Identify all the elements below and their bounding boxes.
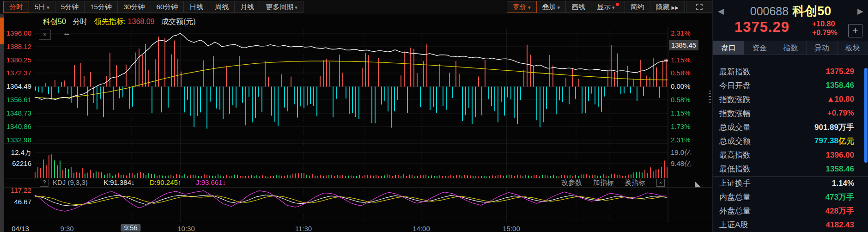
quote-row-2: 指数涨跌▲10.80: [713, 92, 868, 106]
quote-tab-1[interactable]: 资金: [744, 41, 775, 55]
period-tab-5[interactable]: 60分钟: [151, 1, 184, 13]
kdj-d-value: D:90.245↑: [150, 178, 181, 186]
top-toolbar: 分时5日▾5分钟15分钟30分钟60分钟日线周线月线更多周期▾ 竞价▾叠加▾画线…: [0, 0, 712, 14]
current-price-marker: 1385.45: [669, 40, 698, 50]
period-tab-4[interactable]: 30分钟: [117, 1, 151, 13]
price-change: +10.80 +0.79%: [812, 19, 838, 37]
panel-scrollbar[interactable]: [864, 68, 868, 163]
quote-row-value: ▲10.80: [827, 95, 854, 104]
quote-tab-bar: 盘口资金指数异动板块: [713, 41, 868, 55]
quote-row-1: 今日开盘1358.46: [713, 79, 868, 92]
quote-row-label: 内盘总量: [719, 192, 751, 202]
kdj-indicator-bar: ? KDJ (9,3,3) K:91.384↓ D:90.245↑ J:93.6…: [0, 178, 712, 187]
pan-arrows-icon[interactable]: ↔: [63, 29, 71, 38]
period-tab-1[interactable]: 5日▾: [29, 1, 55, 13]
tool-button-1[interactable]: 叠加▾: [536, 1, 566, 13]
tool-button-3[interactable]: 显示▾: [591, 1, 625, 13]
lead-indicator-label: 领先指标:: [94, 18, 126, 25]
quote-tab-3[interactable]: 异动: [806, 41, 837, 55]
stock-name: 科创50: [792, 4, 831, 18]
kdj-j-value: J:93.661↓: [196, 178, 226, 186]
add-indicator-button[interactable]: 加指标: [593, 178, 614, 187]
quote-row-11: 上证A股4182.43: [713, 218, 868, 232]
chevron-down-icon: ▾: [558, 5, 560, 10]
quote-tab-0[interactable]: 盘口: [713, 41, 744, 55]
tool-button-5[interactable]: 隐藏▶▶: [650, 1, 685, 13]
quote-row-label: 指数涨幅: [719, 108, 751, 119]
quote-row-label: 外盘总量: [719, 206, 751, 216]
quote-row-3: 指数涨幅+0.79%: [713, 106, 868, 120]
stock-title: 000688科创50: [713, 3, 868, 19]
trading-app-window: 分时5日▾5分钟15分钟30分钟60分钟日线周线月线更多周期▾ 竞价▾叠加▾画线…: [0, 0, 868, 232]
quote-row-label: 总成交额: [719, 136, 751, 147]
quote-row-0: 最新指数1375.29: [713, 65, 868, 79]
quote-row-value: 1396.00: [826, 151, 854, 160]
period-tab-0[interactable]: 分时: [3, 1, 29, 13]
quote-data-rows: 最新指数1375.29今日开盘1358.46指数涨跌▲10.80指数涨幅+0.7…: [713, 65, 868, 232]
fullscreen-icon[interactable]: [686, 1, 712, 13]
period-tab-2[interactable]: 5分钟: [55, 1, 85, 13]
expand-arrows-icon: [696, 3, 703, 11]
intraday-chart[interactable]: [0, 14, 712, 232]
period-tab-group: 分时5日▾5分钟15分钟30分钟60分钟日线周线月线更多周期▾: [4, 1, 303, 13]
tool-button-4[interactable]: 简约: [625, 1, 650, 13]
chevron-down-icon: ▾: [295, 5, 297, 10]
stock-code: 000688: [750, 5, 789, 18]
tool-button-2[interactable]: 画线: [565, 1, 591, 13]
quote-row-label: 今日开盘: [719, 80, 751, 91]
quote-row-label: 最高指数: [719, 150, 751, 160]
quote-row-value: 1375.29: [826, 67, 854, 76]
chevron-down-icon: ▾: [612, 5, 615, 10]
quote-row-label: 上证A股: [719, 220, 748, 230]
quote-row-value: 1358.46: [826, 165, 854, 174]
period-tab-7[interactable]: 周线: [209, 1, 235, 13]
period-tab-6[interactable]: 日线: [183, 1, 209, 13]
close-crosshair-icon[interactable]: ×: [39, 30, 51, 40]
quote-row-value: 428万手: [826, 206, 854, 216]
quote-row-label: 最低指数: [719, 164, 751, 174]
chevron-down-icon: ▾: [47, 5, 49, 10]
last-price: 1375.29: [734, 19, 789, 36]
period-tab-8[interactable]: 月线: [234, 1, 260, 13]
change-params-button[interactable]: 改参数: [561, 178, 582, 187]
amount-label: 成交额(元): [161, 18, 196, 25]
quote-row-value: +0.79%: [827, 109, 854, 118]
quote-row-8: 上证换手1.14%: [713, 177, 868, 190]
quote-row-label: 指数涨跌: [719, 94, 751, 105]
chart-symbol-name: 科创50: [43, 18, 66, 25]
quote-tab-2[interactable]: 指数: [775, 41, 806, 55]
period-tab-3[interactable]: 15分钟: [84, 1, 118, 13]
quote-row-4: 总成交量901.89万手: [713, 120, 868, 134]
quote-row-7: 最低指数1358.46: [713, 162, 868, 177]
quote-row-unit: 亿元: [838, 136, 854, 147]
close-indicator-icon[interactable]: ×: [656, 179, 665, 187]
chevron-down-icon: ▾: [528, 5, 531, 10]
tool-button-group: 竞价▾叠加▾画线显示▾简约隐藏▶▶: [507, 1, 685, 13]
quote-row-value: 797.38: [814, 136, 838, 146]
quote-row-10: 外盘总量428万手: [713, 204, 868, 218]
switch-indicator-button[interactable]: 换指标: [625, 178, 645, 187]
quote-row-9: 内盘总量473万手: [713, 190, 868, 204]
chart-title: 科创50 分时 领先指标: 1368.09 成交额(元): [43, 17, 200, 27]
lead-indicator-value: 1368.09: [128, 18, 155, 25]
quote-row-value: 1358.46: [826, 81, 854, 90]
tool-button-0[interactable]: 竞价▾: [507, 1, 537, 13]
quote-row-6: 最高指数1396.00: [713, 148, 868, 162]
quote-row-value: 473万手: [826, 192, 854, 202]
double-arrow-icon: ▶▶: [672, 5, 679, 10]
quote-row-label: 总成交量: [719, 122, 751, 133]
chart-period-label: 分时: [73, 18, 87, 25]
add-to-watchlist-button[interactable]: +: [848, 24, 862, 37]
quote-row-value: 901.89万手: [814, 122, 854, 133]
kdj-title: KDJ (9,3,3): [53, 178, 88, 186]
help-icon[interactable]: ?: [40, 179, 49, 187]
notification-dot: [616, 3, 619, 6]
kdj-k-value: K:91.384↓: [103, 178, 135, 186]
quote-header: ◀ ▶ 000688科创50 1375.29 +10.80 +0.79% +: [713, 0, 868, 41]
quote-row-value: 1.14%: [832, 179, 854, 188]
quote-tab-4[interactable]: 板块: [837, 41, 868, 55]
period-tab-9[interactable]: 更多周期▾: [260, 1, 303, 13]
change-percent: +0.79%: [812, 28, 838, 37]
quote-row-5: 总成交额797.38亿元: [713, 134, 868, 148]
quote-row-label: 上证换手: [719, 178, 751, 189]
